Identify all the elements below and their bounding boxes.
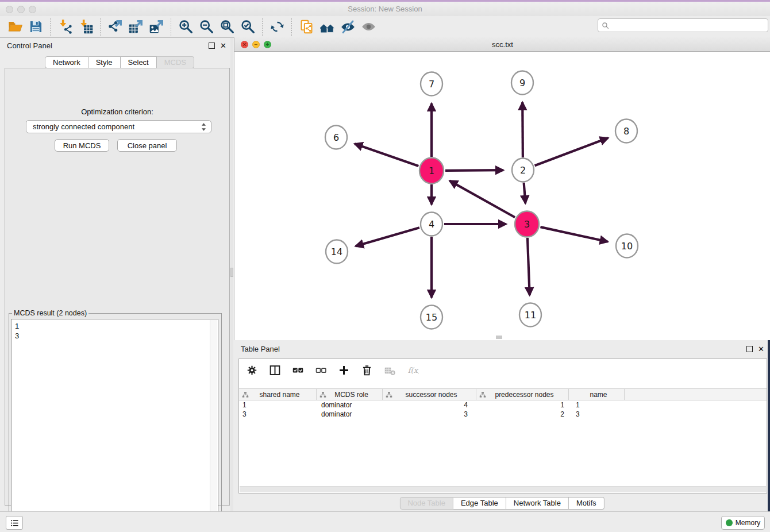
panel-splitter[interactable]: [230, 38, 233, 511]
table-panel: Table Panel ✕ f(x) shared nameMCDS roles…: [234, 342, 770, 511]
graph-edge-1-2[interactable]: [445, 170, 503, 171]
gear-icon: [246, 364, 258, 376]
tab-mcds[interactable]: MCDS: [157, 56, 194, 68]
zoom-fit-button[interactable]: [217, 18, 237, 36]
graph-node-4[interactable]: 4: [421, 213, 442, 236]
network-graph[interactable]: 7968124314101511: [234, 52, 770, 340]
column-header-MCDS-role[interactable]: MCDS role: [317, 389, 383, 400]
column-header-successor-nodes[interactable]: successor nodes: [383, 389, 476, 400]
tab-style[interactable]: Style: [88, 56, 121, 68]
export-table-button[interactable]: [125, 18, 146, 36]
canvas-resize-grip[interactable]: [496, 336, 502, 339]
graph-node-10[interactable]: 10: [616, 234, 638, 258]
graph-node-7[interactable]: 7: [421, 72, 442, 96]
zoom-selected-button[interactable]: [237, 18, 258, 36]
close-panel-button[interactable]: Close panel: [117, 139, 177, 152]
export-image-button[interactable]: [146, 18, 167, 36]
column-header-predecessor-nodes[interactable]: predecessor nodes: [476, 389, 569, 400]
search-input[interactable]: [609, 20, 768, 31]
table-row[interactable]: 3dominator323: [239, 410, 767, 419]
table-toolbar: f(x): [245, 363, 419, 377]
export-network-button[interactable]: [105, 18, 125, 36]
table-hscrollbar[interactable]: [240, 486, 766, 492]
table-cell[interactable]: 1: [569, 401, 625, 409]
table-settings-button[interactable]: [245, 363, 259, 377]
graph-edge-2-8[interactable]: [535, 138, 609, 165]
save-session-button[interactable]: [25, 18, 46, 36]
table-cell[interactable]: 3: [569, 410, 625, 418]
network-window-titlebar[interactable]: ✕ − + scc.txt: [234, 37, 770, 52]
import-network-button[interactable]: [55, 18, 75, 36]
zoom-out-button[interactable]: [196, 18, 217, 36]
table-tab-motifs[interactable]: Motifs: [569, 497, 605, 510]
table-row[interactable]: 1dominator411: [239, 400, 767, 410]
import-table-button[interactable]: [75, 18, 96, 36]
graph-node-11[interactable]: 11: [519, 303, 541, 327]
mcds-result-list[interactable]: 13: [11, 319, 218, 527]
graph-edge-2-9[interactable]: [522, 102, 523, 157]
network-canvas[interactable]: 7968124314101511: [234, 52, 770, 340]
table-cell[interactable]: 1: [239, 401, 317, 409]
table-tab-edge-table[interactable]: Edge Table: [453, 497, 506, 510]
task-history-button[interactable]: [6, 516, 23, 530]
eye-slash-icon: [340, 19, 356, 34]
table-panel-float-icon[interactable]: [746, 346, 753, 352]
tab-select[interactable]: Select: [121, 56, 157, 68]
graph-node-9[interactable]: 9: [511, 71, 533, 95]
control-panel-float-icon[interactable]: [209, 43, 215, 49]
open-session-button[interactable]: [5, 18, 25, 36]
hide-selected-button[interactable]: [337, 18, 358, 36]
column-header-name[interactable]: name: [569, 389, 625, 400]
table-cell[interactable]: 4: [383, 401, 476, 409]
graph-edge-3-11[interactable]: [528, 238, 530, 295]
search-box[interactable]: [598, 18, 768, 32]
optimization-criterion-select[interactable]: strongly connected component: [26, 120, 211, 133]
graph-node-2[interactable]: 2: [512, 159, 534, 182]
table-cell[interactable]: dominator: [317, 401, 383, 409]
column-header-shared-name[interactable]: shared name: [239, 389, 317, 400]
show-columns-button[interactable]: [268, 363, 282, 377]
toolbar-separator: [262, 18, 263, 36]
graph-node-1[interactable]: 1: [419, 158, 444, 184]
table-cell[interactable]: dominator: [317, 410, 383, 418]
table-tab-node-table[interactable]: Node Table: [399, 497, 453, 510]
tab-network[interactable]: Network: [45, 56, 88, 68]
clone-network-button[interactable]: [296, 18, 317, 36]
graph-node-8[interactable]: 8: [615, 119, 637, 143]
control-panel-close-icon[interactable]: ✕: [220, 43, 226, 49]
node-label: 7: [429, 79, 434, 90]
table-panel-close-icon[interactable]: ✕: [758, 346, 764, 352]
result-scrollbar[interactable]: [210, 320, 217, 526]
column-label: MCDS role: [329, 391, 382, 399]
first-neighbors-button[interactable]: [317, 18, 337, 36]
zoom-in-button[interactable]: [175, 18, 196, 36]
apply-layout-button[interactable]: [267, 18, 287, 36]
table-cell[interactable]: 3: [383, 410, 476, 418]
table-panel-title: Table Panel: [241, 345, 280, 353]
eye-icon: [361, 19, 376, 34]
toolbar-separator: [171, 18, 171, 36]
graph-edge-4-14[interactable]: [356, 228, 419, 246]
show-all-button[interactable]: [358, 18, 379, 36]
graph-node-14[interactable]: 14: [326, 240, 348, 264]
graph-edge-3-10[interactable]: [540, 227, 607, 242]
graph-node-15[interactable]: 15: [421, 306, 442, 329]
graph-edge-3-1[interactable]: [449, 181, 515, 218]
table-tab-network-table[interactable]: Network Table: [506, 497, 569, 510]
table-cell[interactable]: 3: [239, 410, 317, 418]
splitter-grip[interactable]: [230, 268, 233, 277]
memory-button[interactable]: Memory: [721, 516, 765, 530]
graph-node-6[interactable]: 6: [325, 126, 347, 149]
create-column-button[interactable]: [337, 363, 351, 377]
graph-node-3[interactable]: 3: [515, 211, 539, 237]
delete-column-button[interactable]: [360, 363, 374, 377]
graph-edge-2-3[interactable]: [524, 183, 526, 203]
select-all-columns-button[interactable]: [291, 363, 305, 377]
deselect-all-columns-button[interactable]: [314, 363, 328, 377]
zoom-out-icon: [199, 19, 214, 34]
run-mcds-button[interactable]: Run MCDS: [55, 139, 109, 152]
session-title: Session: New Session: [0, 5, 770, 13]
graph-edge-1-6[interactable]: [355, 144, 418, 166]
table-cell[interactable]: 1: [476, 401, 569, 409]
table-cell[interactable]: 2: [476, 410, 569, 418]
